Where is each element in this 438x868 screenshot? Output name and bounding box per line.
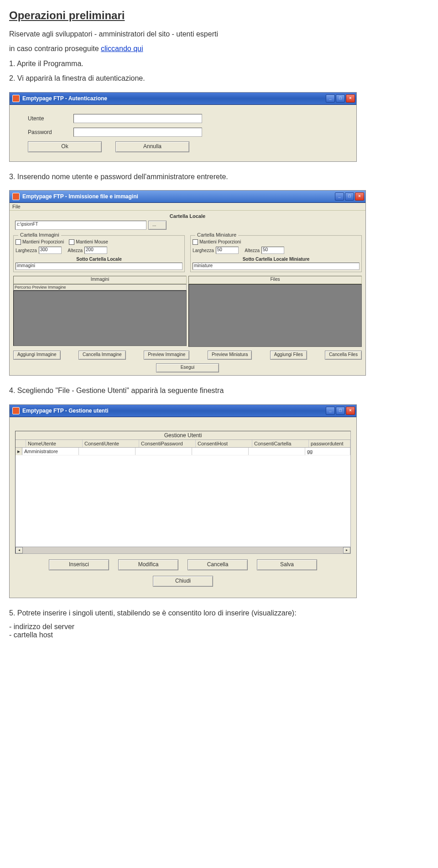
- input-larghezza-img[interactable]: 300: [39, 247, 62, 254]
- minimize-button[interactable]: _: [335, 192, 344, 201]
- step-1: 1. Aprite il Programma.: [9, 59, 429, 69]
- auth-titlebar: Emptypage FTP - Autenticazione _ □ ×: [10, 93, 356, 105]
- maximize-button[interactable]: □: [336, 407, 345, 415]
- cell-password: gg: [305, 448, 350, 455]
- tab-immagini[interactable]: Immagini: [13, 276, 187, 284]
- col-consenticartella[interactable]: ConsentiCartella: [252, 440, 309, 447]
- app-icon: [12, 95, 20, 102]
- btn-esegui[interactable]: Esegui: [156, 363, 219, 372]
- app-icon: [12, 407, 20, 414]
- tab-files[interactable]: Files: [188, 276, 362, 284]
- btn-preview-immagine[interactable]: Preview Immagine: [144, 351, 189, 360]
- btn-cancella[interactable]: Cancella: [188, 559, 248, 570]
- row-selector-icon[interactable]: ▸: [16, 448, 22, 455]
- row-percorso-preview: Percorso Preview Immagine: [13, 284, 187, 290]
- btn-cancella-immagine[interactable]: Cancella Immagine: [78, 351, 126, 360]
- scroll-left-icon[interactable]: ◂: [16, 547, 23, 553]
- bullet-cartella-host: - cartella host: [9, 631, 429, 639]
- bullet-indirizzo-server: - indirizzo del server: [9, 623, 429, 631]
- btn-modifica[interactable]: Modifica: [118, 559, 178, 570]
- maximize-button[interactable]: □: [336, 94, 345, 103]
- imm-titlebar: Emptypage FTP - Immissione file e immagi…: [10, 191, 365, 203]
- input-altezza-min[interactable]: 50: [261, 247, 284, 254]
- auth-pass-input[interactable]: [73, 128, 202, 137]
- btn-preview-miniatura[interactable]: Preview Miniatura: [208, 351, 252, 360]
- grid-empty-area: [16, 455, 350, 547]
- btn-salva[interactable]: Salva: [257, 559, 317, 570]
- close-button[interactable]: ×: [346, 94, 355, 103]
- link-cliccando-qui[interactable]: cliccando qui: [101, 45, 143, 52]
- label-cartella-immagini: Cartella Immagini: [18, 232, 61, 238]
- col-consentiutente[interactable]: ConsentiUtente: [83, 440, 139, 447]
- col-passwordutente[interactable]: passwordutent: [309, 440, 350, 447]
- input-larghezza-min[interactable]: 50: [216, 247, 239, 254]
- step-3: 3. Inserendo nome utente e password dell…: [9, 172, 429, 182]
- col-consentipassword[interactable]: ConsentiPassword: [139, 440, 196, 447]
- intro-line1: Riservate agli sviluppatori - amministra…: [9, 29, 429, 39]
- scroll-right-icon[interactable]: ▸: [343, 547, 350, 553]
- auth-ok-button[interactable]: Ok: [28, 141, 102, 152]
- intro-line2: in caso contrario proseguite cliccando q…: [9, 44, 429, 54]
- grid-h-scrollbar[interactable]: ◂ ▸: [16, 547, 350, 553]
- page-heading: Operazioni preliminari: [9, 9, 429, 22]
- grid-header: NomeUtente ConsentiUtente ConsentiPasswo…: [16, 440, 350, 448]
- col-nomeutente[interactable]: NomeUtente: [26, 440, 83, 447]
- cell-nome: Amministratore: [22, 448, 79, 455]
- step-5: 5. Potrete inserire i singoli utenti, st…: [9, 608, 429, 618]
- chk-mantieni-mouse[interactable]: [69, 239, 74, 245]
- grid-title: Gestione Utenti: [16, 431, 350, 440]
- input-sotto-cartella-img[interactable]: immagini: [16, 263, 182, 270]
- maximize-button[interactable]: □: [345, 192, 354, 201]
- auth-pass-label: Password: [14, 129, 73, 135]
- minimize-button[interactable]: _: [326, 407, 335, 415]
- minimize-button[interactable]: _: [326, 94, 335, 103]
- btn-aggiungi-files[interactable]: Aggiungi Files: [270, 351, 307, 360]
- auth-cancel-button[interactable]: Annulla: [115, 141, 189, 152]
- window-immissione: Emptypage FTP - Immissione file e immagi…: [9, 190, 366, 376]
- input-sotto-cartella-min[interactable]: miniature: [193, 263, 360, 270]
- menu-file[interactable]: File: [12, 204, 21, 209]
- grid-row[interactable]: ▸ Amministratore gg: [16, 448, 350, 455]
- btn-inserisci[interactable]: Inserisci: [49, 559, 109, 570]
- step-2: 2. Vi apparirà la finestra di autenticaz…: [9, 73, 429, 83]
- preview-files-area: [188, 284, 362, 347]
- gu-title: Emptypage FTP - Gestione utenti: [22, 408, 326, 414]
- input-cartella-locale[interactable]: c:\psionFT: [15, 221, 146, 230]
- window-auth: Emptypage FTP - Autenticazione _ □ × Ute…: [9, 92, 357, 162]
- input-altezza-img[interactable]: 200: [84, 247, 107, 254]
- btn-chiudi[interactable]: Chiudi: [153, 576, 213, 587]
- imm-menu-bar: File: [10, 203, 365, 211]
- label-cartella-locale: Cartella Locale: [11, 213, 364, 219]
- close-button[interactable]: ×: [355, 192, 364, 201]
- auth-title: Emptypage FTP - Autenticazione: [22, 95, 326, 102]
- auth-user-input[interactable]: [73, 114, 202, 123]
- btn-aggiungi-immagine[interactable]: Aggiungi Immagine: [13, 351, 61, 360]
- label-sotto-cartella-locale: Sotto Cartella Locale: [16, 257, 182, 262]
- window-gestione-utenti: Emptypage FTP - Gestione utenti _ □ × Ge…: [9, 404, 357, 598]
- col-consentihost[interactable]: ConsentiHost: [196, 440, 252, 447]
- browse-button[interactable]: ...: [148, 221, 167, 230]
- close-button[interactable]: ×: [346, 407, 355, 415]
- chk-mantieni-proporzioni-min[interactable]: [193, 239, 198, 245]
- btn-cancella-files[interactable]: Cancella Files: [325, 351, 362, 360]
- label-sotto-cartella-locale-min: Sotto Cartella Locale Miniature: [193, 257, 360, 262]
- preview-immagini-area: [13, 290, 187, 346]
- gu-titlebar: Emptypage FTP - Gestione utenti _ □ ×: [10, 405, 356, 417]
- label-cartella-miniature: Cartella Miniature: [195, 232, 238, 238]
- app-icon: [12, 193, 20, 200]
- step-4: 4. Scegliendo "File - Gestione Utenti" a…: [9, 386, 429, 396]
- imm-title: Emptypage FTP - Immissione file e immagi…: [22, 193, 335, 200]
- auth-user-label: Utente: [14, 115, 73, 122]
- chk-mantieni-proporzioni-img[interactable]: [16, 239, 21, 245]
- gestione-utenti-grid[interactable]: Gestione Utenti NomeUtente ConsentiUtent…: [15, 431, 351, 554]
